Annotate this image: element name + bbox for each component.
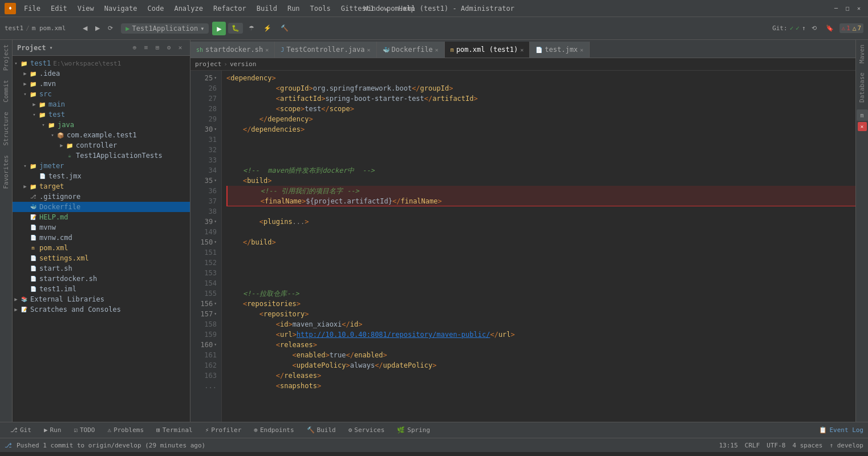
code-area[interactable]: <dependency> <groupId>org.springframewor… [222, 71, 855, 422]
build-tab-label: Build [317, 426, 336, 434]
tab-pomxml[interactable]: m pom.xml (test1) ✕ [445, 42, 530, 58]
tree-jmeter[interactable]: ▾ 📁 jmeter [13, 161, 190, 171]
breadcrumb: project › version [190, 58, 855, 71]
tree-scratches[interactable]: ▶ 📝 Scratches and Consoles [13, 304, 190, 315]
scroll-from-source-button[interactable]: ≡ [141, 43, 151, 53]
tree-pomxml[interactable]: m pom.xml [13, 243, 190, 253]
tab-problems[interactable]: ⚠ Problems [102, 425, 150, 435]
tree-dockerfile[interactable]: 🐳 Dockerfile [13, 202, 190, 212]
menu-build[interactable]: Build [252, 3, 282, 14]
favorites-vtab[interactable]: Favorites [1, 150, 11, 194]
minimize-button[interactable]: ─ [832, 4, 841, 13]
run-config-selector[interactable]: ▶ Test1Application ▾ [121, 23, 209, 34]
tree-controller[interactable]: ▶ 📁 controller [13, 140, 190, 150]
structure-vtab[interactable]: Structure [1, 107, 11, 150]
tree-gitignore[interactable]: ⎇ .gitignore [13, 192, 190, 202]
menu-refactor[interactable]: Refactor [209, 3, 251, 14]
vcs-button[interactable]: ⟲ [808, 23, 820, 34]
menu-file[interactable]: File [19, 3, 45, 14]
cursor-position[interactable]: 13:15 [719, 442, 738, 449]
tree-package[interactable]: ▾ 📦 com.example.test1 [13, 130, 190, 140]
tree-java[interactable]: ▾ 📁 java [13, 120, 190, 130]
tab-startdocker-close[interactable]: ✕ [265, 47, 269, 53]
menu-tools[interactable]: Tools [306, 3, 335, 14]
menu-run[interactable]: Run [283, 3, 305, 14]
tree-startdockersh[interactable]: 📄 startdocker.sh [13, 274, 190, 284]
tree-test[interactable]: ▾ 📁 test [13, 109, 190, 120]
line-ending[interactable]: CRLF [745, 442, 760, 449]
tab-testcontroller[interactable]: J TestController.java ✕ [275, 42, 376, 58]
commit-vtab[interactable]: Commit [1, 75, 11, 107]
menu-navigate[interactable]: Navigate [100, 3, 142, 14]
tree-mvnw[interactable]: 📄 mvnw [13, 222, 190, 233]
tab-testjmx-close[interactable]: ✕ [580, 47, 583, 53]
expand-icon: ▶ [13, 296, 19, 303]
tab-git[interactable]: ⎇ Git [5, 425, 37, 435]
menu-code[interactable]: Code [143, 3, 169, 14]
tree-helpmd[interactable]: 📝 HELP.md [13, 212, 190, 222]
tree-startsh[interactable]: 📄 start.sh [13, 263, 190, 274]
tree-settingsxml[interactable]: 📄 settings.xml [13, 253, 190, 263]
maven-vtab[interactable]: Maven [857, 40, 867, 68]
tab-services[interactable]: ⚙ Services [343, 425, 391, 435]
tab-testjmx[interactable]: 📄 test.jmx ✕ [530, 42, 590, 58]
event-log[interactable]: 📋 Event Log [819, 426, 863, 434]
menu-analyze[interactable]: Analyze [169, 3, 208, 14]
tree-root[interactable]: ▾ 📁 test1 E:\workspace\test1 [13, 58, 190, 68]
tree-src[interactable]: ▾ 📁 src [13, 89, 190, 99]
tree-target[interactable]: ▶ 📁 target [13, 181, 190, 192]
tree-iml[interactable]: 📄 test1.iml [13, 284, 190, 294]
hide-panel-button[interactable]: ✕ [175, 43, 185, 53]
pomxml-label: pom.xml [39, 244, 68, 252]
debug-button[interactable]: 🐛 [228, 23, 243, 34]
code-line-more: <snapshots> [226, 381, 855, 391]
close-maven-button[interactable]: ✕ [858, 122, 867, 131]
breadcrumb-version[interactable]: version [230, 60, 256, 68]
bookmarks-button[interactable]: 🔖 [822, 23, 837, 34]
tab-terminal[interactable]: ⊞ Terminal [151, 425, 198, 435]
tree-mvn[interactable]: ▶ 📁 .mvn [13, 79, 190, 89]
tab-dockerfile[interactable]: 🐳 Dockerfile ✕ [377, 42, 445, 58]
build-button[interactable]: 🔨 [277, 23, 292, 34]
menu-edit[interactable]: Edit [46, 3, 72, 14]
back-button[interactable]: ◀ [79, 23, 91, 34]
indent-setting[interactable]: 4 spaces [792, 442, 822, 449]
tree-main[interactable]: ▶ 📁 main [13, 99, 190, 109]
tab-run[interactable]: ▶ Run [38, 425, 67, 435]
error-badge[interactable]: ⚠ 1 △ 7 [839, 23, 864, 33]
coverage-button[interactable]: ☂ [245, 23, 258, 34]
recent-files-button[interactable]: ⟳ [104, 23, 116, 34]
project-vtab[interactable]: Project [1, 40, 11, 75]
locate-button[interactable]: ⊕ [129, 43, 140, 53]
database-vtab[interactable]: Database [857, 68, 867, 107]
breadcrumb-project[interactable]: project [195, 60, 221, 68]
menu-view[interactable]: View [73, 3, 99, 14]
tree-mvnwcmd[interactable]: 📄 mvnw.cmd [13, 233, 190, 243]
tab-profiler[interactable]: ⚡ Profiler [200, 425, 248, 435]
tab-todo[interactable]: ☑ TODO [68, 425, 100, 435]
maven-icon-button[interactable]: m [857, 109, 868, 121]
tree-test-class[interactable]: ☕ Test1ApplicationTests [13, 150, 190, 161]
forward-button[interactable]: ▶ [92, 23, 103, 34]
run-button[interactable]: ▶ [212, 22, 226, 35]
tree-external-libs[interactable]: ▶ 📚 External Libraries [13, 294, 190, 304]
profile-button[interactable]: ⚡ [260, 23, 275, 34]
tab-java-icon: J [281, 47, 284, 53]
tree-jmx[interactable]: 📄 test.jmx [13, 171, 190, 181]
tab-startdocker[interactable]: sh startdocker.sh ✕ [190, 42, 275, 58]
tab-build[interactable]: 🔨 Build [301, 425, 342, 435]
line-39: 39▾ [190, 217, 221, 227]
branch-name[interactable]: ↑ develop [829, 442, 863, 449]
encoding[interactable]: UTF-8 [766, 442, 785, 449]
tab-dockerfile-close[interactable]: ✕ [435, 47, 439, 53]
maximize-button[interactable]: □ [843, 4, 852, 13]
no-expand [22, 275, 29, 282]
tab-testcontroller-close[interactable]: ✕ [367, 47, 371, 53]
expand-all-button[interactable]: ⊞ [152, 43, 163, 53]
tree-idea[interactable]: ▶ 📁 .idea [13, 68, 190, 79]
close-button[interactable]: ✕ [854, 4, 863, 13]
project-settings-button[interactable]: ⚙ [164, 43, 174, 53]
tab-pomxml-close[interactable]: ✕ [520, 47, 524, 53]
tab-spring[interactable]: 🌿 Spring [391, 425, 436, 435]
tab-endpoints[interactable]: ⊕ Endpoints [248, 425, 299, 435]
